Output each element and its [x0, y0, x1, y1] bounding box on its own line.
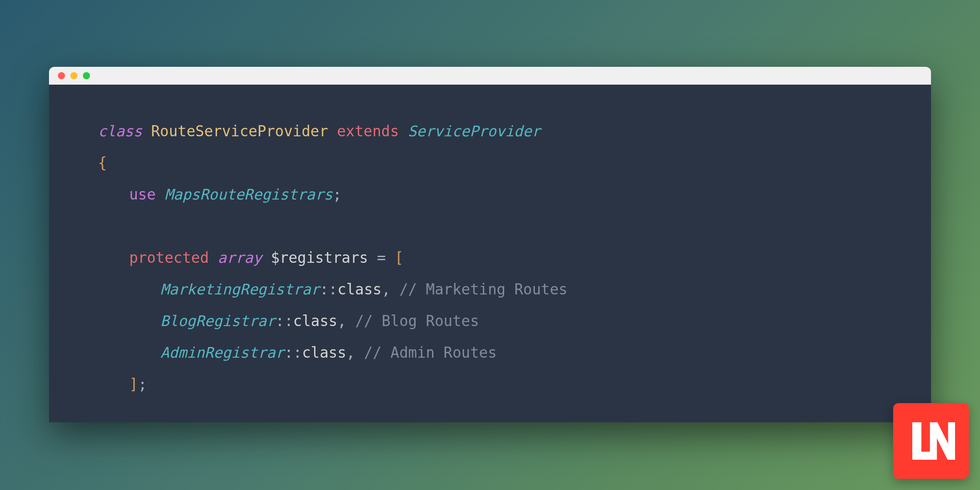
keyword-array: array [218, 249, 262, 266]
code-line: MarketingRegistrar::class, // Marketing … [160, 274, 882, 306]
comma: , [346, 344, 364, 361]
maximize-icon[interactable] [83, 72, 90, 79]
keyword-class: class [98, 122, 142, 140]
class-reference: AdminRegistrar [160, 344, 284, 361]
logo-icon [904, 414, 958, 468]
class-keyword: class [337, 281, 381, 298]
code-line: AdminRegistrar::class, // Admin Routes [160, 337, 882, 369]
keyword-extends: extends [337, 122, 399, 140]
semicolon: ; [333, 186, 342, 203]
minimize-icon[interactable] [70, 72, 78, 79]
equals: = [368, 249, 395, 266]
comment: // Admin Routes [364, 344, 497, 361]
code-line: protected array $registrars = [ [129, 242, 882, 274]
close-bracket: ] [129, 376, 138, 393]
code-line: BlogRegistrar::class, // Blog Routes [160, 306, 882, 337]
brand-logo [893, 403, 969, 479]
class-keyword: class [302, 344, 346, 361]
scope-operator: :: [275, 312, 293, 330]
class-keyword: class [293, 312, 337, 330]
code-line: ]; [129, 369, 882, 400]
keyword-protected: protected [129, 249, 209, 266]
parent-class: ServiceProvider [408, 122, 540, 140]
trait-name: MapsRouteRegistrars [164, 186, 333, 203]
code-editor-window: class RouteServiceProvider extends Servi… [49, 67, 931, 422]
variable: $registrars [271, 249, 368, 266]
blank-line [98, 211, 882, 242]
code-line: class RouteServiceProvider extends Servi… [98, 116, 882, 147]
class-reference: MarketingRegistrar [160, 281, 320, 298]
comment: // Blog Routes [355, 312, 479, 330]
keyword-use: use [129, 186, 156, 203]
code-line: use MapsRouteRegistrars; [129, 179, 882, 211]
code-content: class RouteServiceProvider extends Servi… [49, 85, 931, 422]
comma: , [337, 312, 355, 330]
scope-operator: :: [284, 344, 302, 361]
open-brace: { [98, 154, 107, 172]
code-line: { [98, 147, 882, 179]
open-bracket: [ [395, 249, 404, 266]
class-reference: BlogRegistrar [160, 312, 275, 330]
classname: RouteServiceProvider [151, 122, 328, 140]
semicolon: ; [138, 376, 147, 393]
scope-operator: :: [320, 281, 338, 298]
window-title-bar [49, 67, 931, 85]
comment: // Marketing Routes [399, 281, 568, 298]
comma: , [382, 281, 400, 298]
close-icon[interactable] [58, 72, 65, 79]
